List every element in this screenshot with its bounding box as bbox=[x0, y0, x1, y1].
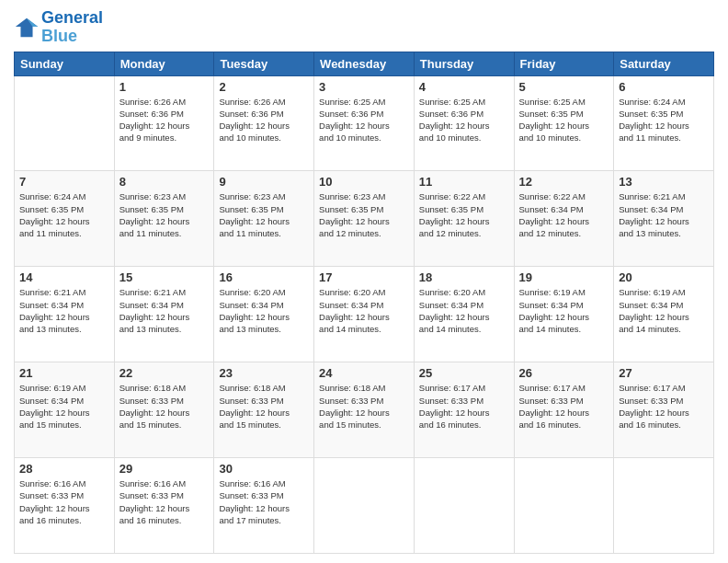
day-number: 28 bbox=[19, 462, 109, 476]
day-info: Sunrise: 6:24 AM Sunset: 6:35 PM Dayligh… bbox=[19, 190, 109, 239]
day-number: 17 bbox=[319, 270, 409, 284]
calendar-cell: 5Sunrise: 6:25 AM Sunset: 6:35 PM Daylig… bbox=[514, 75, 614, 171]
calendar-cell: 28Sunrise: 6:16 AM Sunset: 6:33 PM Dayli… bbox=[15, 458, 115, 554]
day-number: 24 bbox=[319, 366, 409, 380]
weekday-header-saturday: Saturday bbox=[614, 52, 714, 75]
calendar-cell bbox=[614, 458, 714, 554]
calendar-cell: 20Sunrise: 6:19 AM Sunset: 6:34 PM Dayli… bbox=[614, 267, 714, 362]
calendar-cell: 14Sunrise: 6:21 AM Sunset: 6:34 PM Dayli… bbox=[15, 267, 115, 362]
day-number: 16 bbox=[219, 270, 309, 284]
calendar-cell: 10Sunrise: 6:23 AM Sunset: 6:35 PM Dayli… bbox=[314, 171, 415, 267]
day-info: Sunrise: 6:16 AM Sunset: 6:33 PM Dayligh… bbox=[219, 477, 309, 526]
day-info: Sunrise: 6:26 AM Sunset: 6:36 PM Dayligh… bbox=[119, 96, 210, 144]
day-info: Sunrise: 6:22 AM Sunset: 6:35 PM Dayligh… bbox=[419, 190, 509, 239]
calendar-table: SundayMondayTuesdayWednesdayThursdayFrid… bbox=[14, 52, 714, 554]
calendar-cell: 18Sunrise: 6:20 AM Sunset: 6:34 PM Dayli… bbox=[414, 267, 514, 362]
calendar-cell: 7Sunrise: 6:24 AM Sunset: 6:35 PM Daylig… bbox=[15, 171, 115, 267]
weekday-header-monday: Monday bbox=[114, 52, 214, 75]
day-info: Sunrise: 6:17 AM Sunset: 6:33 PM Dayligh… bbox=[619, 382, 709, 431]
day-info: Sunrise: 6:17 AM Sunset: 6:33 PM Dayligh… bbox=[419, 382, 509, 431]
day-number: 22 bbox=[119, 366, 210, 380]
calendar-cell: 25Sunrise: 6:17 AM Sunset: 6:33 PM Dayli… bbox=[414, 362, 514, 458]
calendar-cell: 21Sunrise: 6:19 AM Sunset: 6:34 PM Dayli… bbox=[15, 362, 115, 458]
day-number: 5 bbox=[519, 80, 609, 94]
calendar-cell: 29Sunrise: 6:16 AM Sunset: 6:33 PM Dayli… bbox=[114, 458, 214, 554]
calendar-cell: 6Sunrise: 6:24 AM Sunset: 6:35 PM Daylig… bbox=[614, 75, 714, 171]
calendar-cell: 13Sunrise: 6:21 AM Sunset: 6:34 PM Dayli… bbox=[614, 171, 714, 267]
calendar-cell: 16Sunrise: 6:20 AM Sunset: 6:34 PM Dayli… bbox=[214, 267, 314, 362]
weekday-header-sunday: Sunday bbox=[15, 52, 115, 75]
day-number: 21 bbox=[19, 366, 109, 380]
day-number: 3 bbox=[319, 80, 409, 94]
day-number: 19 bbox=[519, 270, 609, 284]
day-number: 15 bbox=[119, 270, 210, 284]
day-number: 14 bbox=[19, 270, 109, 284]
day-info: Sunrise: 6:19 AM Sunset: 6:34 PM Dayligh… bbox=[519, 286, 609, 335]
day-info: Sunrise: 6:16 AM Sunset: 6:33 PM Dayligh… bbox=[19, 477, 109, 526]
day-info: Sunrise: 6:25 AM Sunset: 6:35 PM Dayligh… bbox=[519, 96, 609, 144]
calendar-cell: 12Sunrise: 6:22 AM Sunset: 6:34 PM Dayli… bbox=[514, 171, 614, 267]
day-number: 13 bbox=[619, 175, 709, 189]
day-info: Sunrise: 6:21 AM Sunset: 6:34 PM Dayligh… bbox=[19, 286, 109, 335]
weekday-header-thursday: Thursday bbox=[414, 52, 514, 75]
weekday-header-tuesday: Tuesday bbox=[214, 52, 314, 75]
day-number: 20 bbox=[619, 270, 709, 284]
calendar-cell: 26Sunrise: 6:17 AM Sunset: 6:33 PM Dayli… bbox=[514, 362, 614, 458]
calendar-cell: 8Sunrise: 6:23 AM Sunset: 6:35 PM Daylig… bbox=[114, 171, 214, 267]
day-number: 30 bbox=[219, 462, 309, 476]
logo: General Blue bbox=[14, 9, 103, 46]
day-number: 18 bbox=[419, 270, 509, 284]
day-number: 25 bbox=[419, 366, 509, 380]
day-info: Sunrise: 6:20 AM Sunset: 6:34 PM Dayligh… bbox=[219, 286, 309, 335]
calendar-week-4: 21Sunrise: 6:19 AM Sunset: 6:34 PM Dayli… bbox=[15, 362, 714, 458]
calendar-cell bbox=[314, 458, 415, 554]
day-info: Sunrise: 6:26 AM Sunset: 6:36 PM Dayligh… bbox=[219, 96, 309, 144]
calendar-cell: 22Sunrise: 6:18 AM Sunset: 6:33 PM Dayli… bbox=[114, 362, 214, 458]
calendar-week-2: 7Sunrise: 6:24 AM Sunset: 6:35 PM Daylig… bbox=[15, 171, 714, 267]
day-info: Sunrise: 6:20 AM Sunset: 6:34 PM Dayligh… bbox=[319, 286, 409, 335]
day-info: Sunrise: 6:21 AM Sunset: 6:34 PM Dayligh… bbox=[619, 190, 709, 239]
calendar-cell: 17Sunrise: 6:20 AM Sunset: 6:34 PM Dayli… bbox=[314, 267, 415, 362]
calendar-week-3: 14Sunrise: 6:21 AM Sunset: 6:34 PM Dayli… bbox=[15, 267, 714, 362]
day-number: 9 bbox=[219, 175, 309, 189]
svg-marker-0 bbox=[16, 18, 38, 38]
day-number: 29 bbox=[119, 462, 210, 476]
calendar-cell: 30Sunrise: 6:16 AM Sunset: 6:33 PM Dayli… bbox=[214, 458, 314, 554]
calendar-cell: 2Sunrise: 6:26 AM Sunset: 6:36 PM Daylig… bbox=[214, 75, 314, 171]
day-info: Sunrise: 6:18 AM Sunset: 6:33 PM Dayligh… bbox=[119, 382, 210, 431]
calendar-cell: 11Sunrise: 6:22 AM Sunset: 6:35 PM Dayli… bbox=[414, 171, 514, 267]
calendar-cell: 4Sunrise: 6:25 AM Sunset: 6:36 PM Daylig… bbox=[414, 75, 514, 171]
day-number: 26 bbox=[519, 366, 609, 380]
calendar-cell: 3Sunrise: 6:25 AM Sunset: 6:36 PM Daylig… bbox=[314, 75, 415, 171]
day-number: 11 bbox=[419, 175, 509, 189]
day-number: 1 bbox=[119, 80, 210, 94]
day-number: 6 bbox=[619, 80, 709, 94]
weekday-header-row: SundayMondayTuesdayWednesdayThursdayFrid… bbox=[15, 52, 714, 75]
calendar-cell bbox=[414, 458, 514, 554]
day-number: 12 bbox=[519, 175, 609, 189]
weekday-header-friday: Friday bbox=[514, 52, 614, 75]
day-info: Sunrise: 6:22 AM Sunset: 6:34 PM Dayligh… bbox=[519, 190, 609, 239]
calendar-cell bbox=[514, 458, 614, 554]
calendar-cell: 23Sunrise: 6:18 AM Sunset: 6:33 PM Dayli… bbox=[214, 362, 314, 458]
day-number: 4 bbox=[419, 80, 509, 94]
logo-text2: Blue bbox=[41, 28, 103, 46]
day-number: 23 bbox=[219, 366, 309, 380]
day-info: Sunrise: 6:16 AM Sunset: 6:33 PM Dayligh… bbox=[119, 477, 210, 526]
calendar-cell: 15Sunrise: 6:21 AM Sunset: 6:34 PM Dayli… bbox=[114, 267, 214, 362]
day-info: Sunrise: 6:23 AM Sunset: 6:35 PM Dayligh… bbox=[319, 190, 409, 239]
calendar-cell: 27Sunrise: 6:17 AM Sunset: 6:33 PM Dayli… bbox=[614, 362, 714, 458]
day-info: Sunrise: 6:23 AM Sunset: 6:35 PM Dayligh… bbox=[119, 190, 210, 239]
day-info: Sunrise: 6:18 AM Sunset: 6:33 PM Dayligh… bbox=[219, 382, 309, 431]
calendar-cell: 19Sunrise: 6:19 AM Sunset: 6:34 PM Dayli… bbox=[514, 267, 614, 362]
day-number: 2 bbox=[219, 80, 309, 94]
day-info: Sunrise: 6:24 AM Sunset: 6:35 PM Dayligh… bbox=[619, 96, 709, 144]
day-info: Sunrise: 6:17 AM Sunset: 6:33 PM Dayligh… bbox=[519, 382, 609, 431]
calendar-week-5: 28Sunrise: 6:16 AM Sunset: 6:33 PM Dayli… bbox=[15, 458, 714, 554]
logo-icon bbox=[14, 15, 40, 40]
day-number: 27 bbox=[619, 366, 709, 380]
day-info: Sunrise: 6:23 AM Sunset: 6:35 PM Dayligh… bbox=[219, 190, 309, 239]
header: General Blue bbox=[14, 9, 714, 46]
day-info: Sunrise: 6:21 AM Sunset: 6:34 PM Dayligh… bbox=[119, 286, 210, 335]
day-number: 7 bbox=[19, 175, 109, 189]
